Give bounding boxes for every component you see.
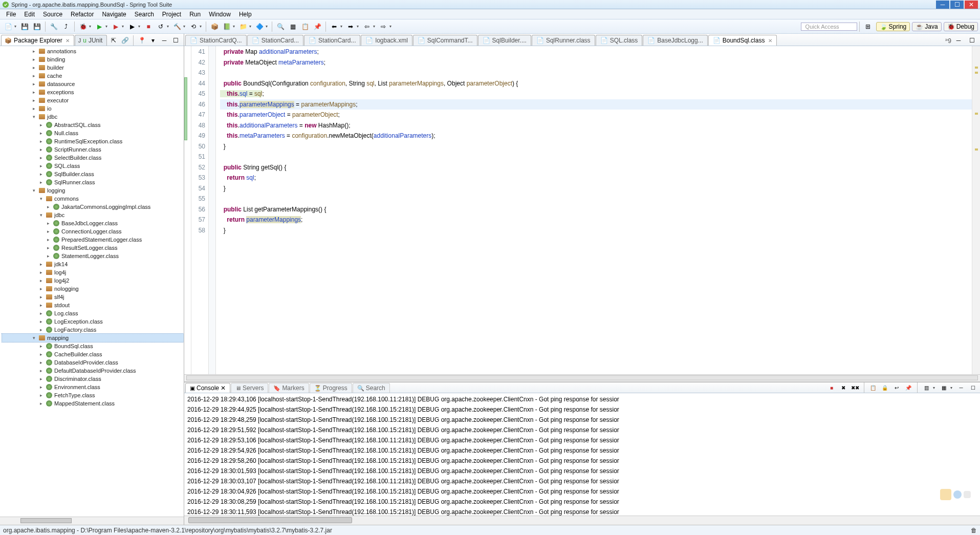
- tree-item[interactable]: ▸SelectBuilder.class: [2, 154, 184, 162]
- tree-item[interactable]: ▸exceptions: [2, 88, 184, 96]
- next-button[interactable]: ⬅: [329, 22, 339, 32]
- tree-twisty-icon[interactable]: ▾: [31, 188, 37, 193]
- open-task-button[interactable]: 🔧: [49, 22, 59, 32]
- editor-hscroll[interactable]: [184, 374, 980, 381]
- menu-refactor[interactable]: Refactor: [67, 10, 98, 19]
- tree-item[interactable]: ▾mapping: [2, 334, 184, 342]
- tree-twisty-icon[interactable]: ▸: [38, 393, 44, 398]
- editor-tab[interactable]: 📄StationCard...: [304, 35, 360, 46]
- close-icon[interactable]: ✕: [221, 384, 226, 392]
- tree-twisty-icon[interactable]: ▸: [38, 131, 44, 136]
- open-type-button[interactable]: 🔷: [254, 22, 265, 32]
- collapse-all-button[interactable]: ⇱: [110, 36, 118, 45]
- tree-item[interactable]: ▸builder: [2, 63, 184, 72]
- tree-twisty-icon[interactable]: ▸: [38, 368, 44, 373]
- tab-package-explorer[interactable]: 📦 Package Explorer✕: [1, 35, 74, 46]
- heap-status-icon[interactable]: 🗑: [971, 527, 977, 534]
- tree-item[interactable]: ▸ConnectionLogger.class: [2, 227, 184, 236]
- run-last-button[interactable]: ▶: [111, 22, 121, 32]
- tree-item[interactable]: ▸SQL.class: [2, 162, 184, 170]
- console-output[interactable]: 2016-12-29 18:29:43,106 [localhost-start…: [184, 393, 980, 516]
- minimize-view-button[interactable]: ─: [160, 36, 168, 45]
- tree-item[interactable]: ▸BoundSql.class: [2, 342, 184, 350]
- tree-item[interactable]: ▸SqlBuilder.class: [2, 170, 184, 178]
- perspective-debug[interactable]: 🐞Debug: [944, 22, 978, 31]
- tree-twisty-icon[interactable]: ▸: [31, 65, 37, 70]
- maximize-view-button[interactable]: ☐: [171, 36, 180, 45]
- tree-item[interactable]: ▸Log.class: [2, 309, 184, 317]
- tree-twisty-icon[interactable]: ▸: [38, 180, 44, 185]
- tree-item[interactable]: ▸jdk14: [2, 260, 184, 268]
- run-button[interactable]: ▶: [94, 22, 104, 32]
- perspective-java[interactable]: ☕Java: [912, 22, 941, 31]
- tree-twisty-icon[interactable]: ▸: [38, 270, 44, 275]
- tree-item[interactable]: ▸ScriptRunner.class: [2, 145, 184, 154]
- editor-tab[interactable]: 📄SqlBuilder....: [478, 35, 531, 46]
- tree-item[interactable]: ▸stdout: [2, 301, 184, 309]
- tree-item[interactable]: ▸CacheBuilder.class: [2, 350, 184, 358]
- menu-edit[interactable]: Edit: [20, 10, 39, 19]
- close-icon[interactable]: ✕: [66, 38, 70, 44]
- prev-button[interactable]: ➡: [345, 22, 356, 32]
- tree-item[interactable]: ▸FetchType.class: [2, 391, 184, 399]
- editor-tab[interactable]: 📄SqlRunner.class: [532, 35, 595, 46]
- tree-item[interactable]: ▾jdbc: [2, 113, 184, 121]
- tree-item[interactable]: ▸BaseJdbcLogger.class: [2, 219, 184, 227]
- tab-markers[interactable]: 🔖 Markers: [269, 383, 309, 393]
- open-perspective-button[interactable]: ⊞: [863, 22, 873, 32]
- tree-twisty-icon[interactable]: ▾: [31, 335, 37, 340]
- tree-twisty-icon[interactable]: ▸: [45, 253, 51, 259]
- skip-button[interactable]: ⤴: [61, 22, 71, 32]
- tree-item[interactable]: ▸nologging: [2, 285, 184, 293]
- tree-item[interactable]: ▸SqlRunner.class: [2, 178, 184, 186]
- tree-twisty-icon[interactable]: ▸: [45, 245, 51, 250]
- tree-twisty-icon[interactable]: ▸: [38, 278, 44, 283]
- tree-twisty-icon[interactable]: ▸: [31, 57, 37, 62]
- overview-ruler[interactable]: [972, 46, 980, 374]
- annotation-ruler[interactable]: [184, 46, 191, 374]
- tree-twisty-icon[interactable]: ▸: [31, 98, 37, 103]
- tab-servers[interactable]: 🖥 Servers: [231, 383, 268, 393]
- close-icon[interactable]: ✕: [768, 38, 772, 44]
- tree-item[interactable]: ▸io: [2, 104, 184, 113]
- tree-twisty-icon[interactable]: ▸: [38, 311, 44, 316]
- minimize-console-button[interactable]: ─: [957, 383, 965, 392]
- editor-tab[interactable]: 📄logback.xml: [361, 35, 412, 46]
- tree-twisty-icon[interactable]: ▸: [45, 221, 51, 226]
- tree-item[interactable]: ▸JakartaCommonsLoggingImpl.class: [2, 203, 184, 211]
- tree-item[interactable]: ▸binding: [2, 55, 184, 63]
- tree-twisty-icon[interactable]: ▸: [38, 172, 44, 177]
- stop-button[interactable]: ■: [143, 22, 154, 32]
- tree-twisty-icon[interactable]: ▸: [38, 286, 44, 291]
- tree-twisty-icon[interactable]: ▸: [31, 106, 37, 111]
- tree-item[interactable]: ▸datasource: [2, 80, 184, 88]
- editor-tab[interactable]: 📄StationCard...: [247, 35, 303, 46]
- new-button[interactable]: 📄: [3, 22, 13, 32]
- tree-twisty-icon[interactable]: ▸: [38, 401, 44, 406]
- menu-search[interactable]: Search: [130, 10, 158, 19]
- tree-item[interactable]: ▸AbstractSQL.class: [2, 121, 184, 129]
- overflow-indicator[interactable]: »9: [945, 37, 951, 45]
- focus-task-button[interactable]: 📍: [138, 36, 146, 45]
- tree-twisty-icon[interactable]: ▸: [45, 229, 51, 234]
- display-console-button[interactable]: ▥: [922, 383, 930, 392]
- tree-item[interactable]: ▸Null.class: [2, 129, 184, 137]
- scroll-lock-button[interactable]: 🔒: [881, 383, 889, 392]
- menu-navigate[interactable]: Navigate: [98, 10, 130, 19]
- tree-item[interactable]: ▸RuntimeSqlException.class: [2, 137, 184, 145]
- folding-ruler[interactable]: [209, 46, 216, 374]
- tree-item[interactable]: ▸Environment.class: [2, 383, 184, 391]
- tree-twisty-icon[interactable]: ▸: [38, 352, 44, 357]
- tree-item[interactable]: ▸log4j2: [2, 276, 184, 285]
- quick-access-input[interactable]: Quick Access: [801, 23, 857, 31]
- code-editor[interactable]: 414243444546474849505152535455565758 pri…: [184, 46, 980, 374]
- new-folder-button[interactable]: 📁: [238, 22, 248, 32]
- tab-console[interactable]: ▣ Console ✕: [185, 383, 230, 393]
- link-editor-button[interactable]: 🔗: [121, 36, 129, 45]
- coverage-button[interactable]: ▶: [127, 22, 137, 32]
- back-button[interactable]: ⇦: [362, 22, 372, 32]
- tree-twisty-icon[interactable]: ▸: [38, 147, 44, 152]
- tree-item[interactable]: ▸PreparedStatementLogger.class: [2, 236, 184, 244]
- menu-file[interactable]: File: [2, 10, 20, 19]
- menu-window[interactable]: Window: [205, 10, 235, 19]
